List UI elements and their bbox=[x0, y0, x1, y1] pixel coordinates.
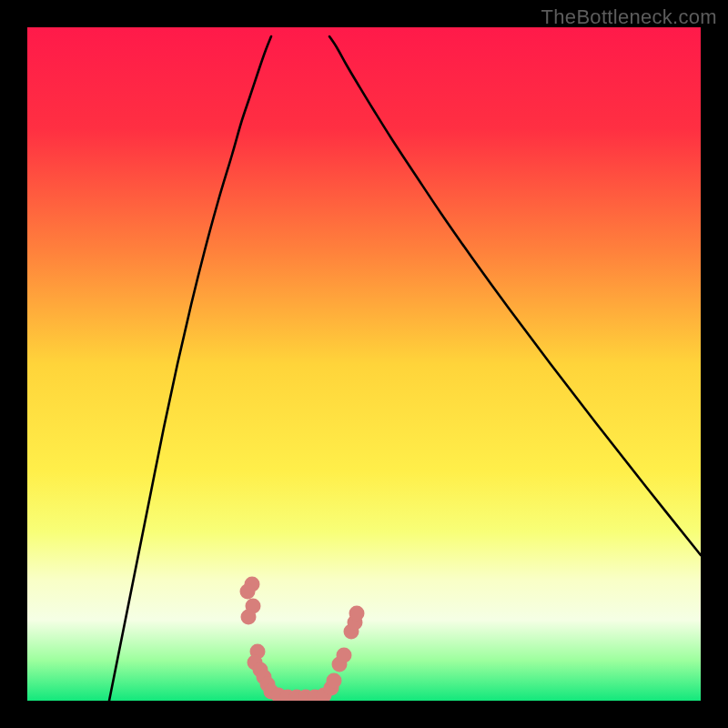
marker-point bbox=[241, 610, 257, 625]
chart-frame: TheBottleneck.com bbox=[0, 0, 728, 728]
marker-point bbox=[327, 673, 342, 689]
plot-area bbox=[27, 27, 701, 701]
marker-point bbox=[349, 606, 365, 622]
marker-point bbox=[337, 648, 352, 663]
chart-svg bbox=[27, 27, 701, 701]
marker-point bbox=[240, 584, 256, 600]
watermark-text: TheBottleneck.com bbox=[541, 5, 717, 29]
